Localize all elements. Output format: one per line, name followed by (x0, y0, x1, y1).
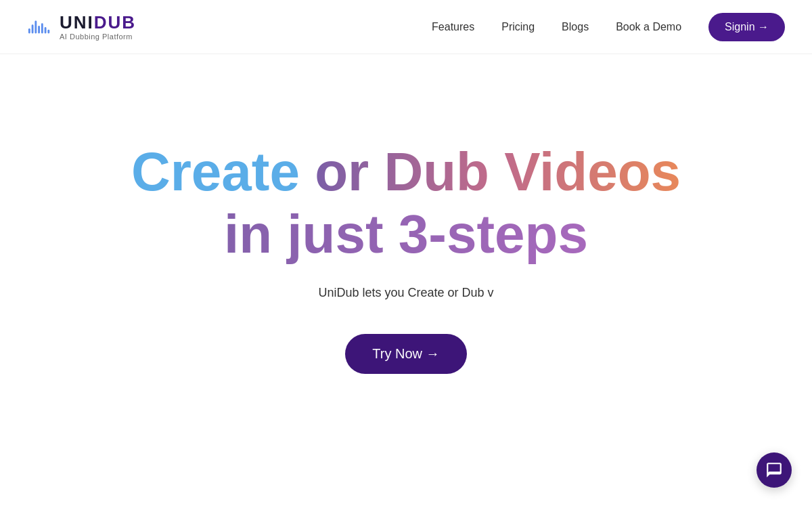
svg-rect-4 (41, 23, 43, 33)
hero-title-create: Create (131, 142, 300, 202)
hero-title-videos: Videos (504, 142, 681, 202)
logo-text: UNIDUB (60, 13, 136, 33)
svg-rect-3 (38, 26, 40, 33)
hero-title-or-dub: or Dub (315, 142, 489, 202)
logo-text-group: UNIDUB AI Dubbing Platform (60, 13, 136, 41)
nav-link-blogs[interactable]: Blogs (562, 21, 589, 33)
svg-rect-1 (32, 24, 34, 33)
nav-link-features[interactable]: Features (432, 21, 474, 33)
hero-section: Create or Dub Videos in just 3-steps Uni… (0, 54, 812, 433)
hero-title: Create or Dub Videos in just 3-steps (131, 141, 681, 266)
logo-area: UNIDUB AI Dubbing Platform (27, 13, 136, 41)
hero-title-line2: in just 3-steps (131, 203, 681, 266)
logo-icon (27, 14, 53, 40)
chat-support-button[interactable] (757, 452, 792, 488)
svg-rect-2 (35, 20, 37, 33)
nav-link-pricing[interactable]: Pricing (501, 21, 535, 33)
nav-links: Features Pricing Blogs Book a Demo Signi… (432, 13, 785, 41)
nav-link-book-demo[interactable]: Book a Demo (616, 21, 681, 33)
svg-rect-6 (47, 29, 49, 33)
hero-subtitle: UniDub lets you Create or Dub v (318, 286, 493, 300)
navbar: UNIDUB AI Dubbing Platform Features Pric… (0, 0, 812, 54)
svg-rect-5 (45, 27, 47, 34)
logo-tagline: AI Dubbing Platform (60, 33, 136, 41)
signin-button[interactable]: Signin → (708, 13, 785, 41)
chat-icon (765, 461, 783, 479)
svg-rect-0 (28, 28, 30, 33)
try-now-button[interactable]: Try Now → (345, 334, 466, 374)
